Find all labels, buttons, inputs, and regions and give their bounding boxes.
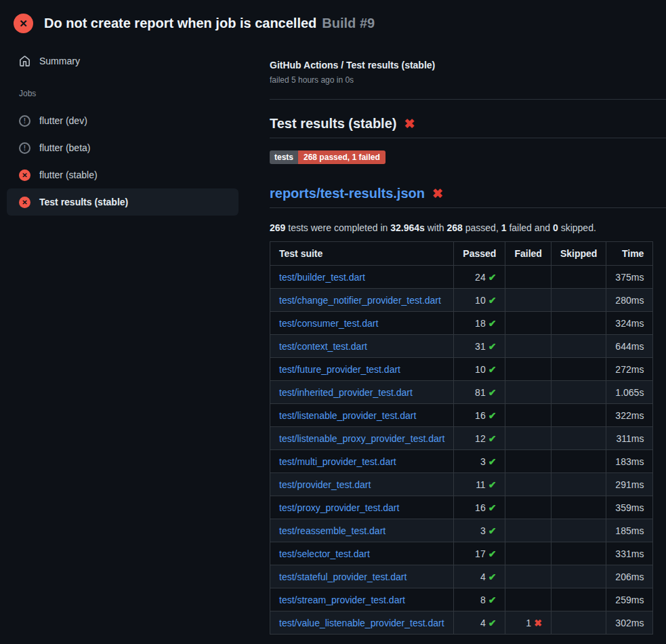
check-icon: ✔ xyxy=(488,272,497,283)
failed-cell xyxy=(505,496,551,519)
skipped-cell xyxy=(551,289,606,312)
check-icon: ✔ xyxy=(488,364,497,375)
total-tests: 269 xyxy=(270,222,285,233)
skipped-cell xyxy=(551,427,606,450)
col-passed: Passed xyxy=(454,242,505,266)
skipped-cell xyxy=(551,358,606,381)
time-value: 183ms xyxy=(606,450,653,473)
divider xyxy=(270,99,666,100)
suite-link[interactable]: test/reassemble_test.dart xyxy=(279,525,386,536)
skipped-cell xyxy=(551,496,606,519)
skipped-cell xyxy=(551,611,606,635)
skipped-cell xyxy=(551,404,606,427)
cross-mark-icon: ✖ xyxy=(432,186,443,201)
jobs-section-label: Jobs xyxy=(19,89,264,98)
table-header-row: Test suite Passed Failed Skipped Time xyxy=(270,242,653,266)
failed-cell xyxy=(505,588,551,611)
passed-value: 24 xyxy=(475,272,486,283)
skipped-cell xyxy=(551,381,606,404)
sidebar-item-summary[interactable]: Summary xyxy=(7,47,238,75)
suite-link[interactable]: test/listenable_proxy_provider_test.dart xyxy=(279,433,444,444)
time-value: 291ms xyxy=(606,473,653,496)
suite-link[interactable]: test/multi_provider_test.dart xyxy=(279,456,396,467)
check-icon: ✔ xyxy=(488,341,497,352)
passed-value: 16 xyxy=(475,410,486,421)
passed-value: 10 xyxy=(475,295,486,306)
suite-link[interactable]: test/change_notifier_provider_test.dart xyxy=(279,295,441,306)
failed-cell xyxy=(505,381,551,404)
report-file-link[interactable]: reports/test-results.json xyxy=(270,186,425,201)
table-row: test/value_listenable_provider_test.dart… xyxy=(270,611,653,635)
failed-cell xyxy=(505,266,551,289)
suite-link[interactable]: test/selector_test.dart xyxy=(279,548,370,559)
time-value: 206ms xyxy=(606,565,653,588)
table-row: test/context_test.dart 31✔ 644ms xyxy=(270,335,653,358)
failed-cell xyxy=(505,335,551,358)
summary-sentence: 269 tests were completed in 32.964s with… xyxy=(270,222,666,233)
passed-value: 10 xyxy=(475,364,486,375)
check-icon: ✔ xyxy=(488,502,497,513)
sidebar-item-test-results-stable[interactable]: ✕ Test results (stable) xyxy=(7,188,238,216)
check-icon: ✔ xyxy=(488,318,497,329)
skipped-cell xyxy=(551,312,606,335)
failed-cell xyxy=(505,358,551,381)
skipped-cell xyxy=(551,542,606,565)
table-row: test/stateful_provider_test.dart 4✔ 206m… xyxy=(270,565,653,588)
failed-count: 1 xyxy=(501,222,507,233)
suite-link[interactable]: test/context_test.dart xyxy=(279,341,367,352)
skipped-cell xyxy=(551,565,606,588)
time-value: 322ms xyxy=(606,404,653,427)
time-value: 359ms xyxy=(606,496,653,519)
passed-value: 11 xyxy=(476,479,486,490)
failed-cell xyxy=(505,427,551,450)
failed-cell xyxy=(505,519,551,542)
failed-cell xyxy=(505,565,551,588)
time-value: 185ms xyxy=(606,519,653,542)
job-label: flutter (dev) xyxy=(39,115,87,126)
suite-link[interactable]: test/listenable_provider_test.dart xyxy=(279,410,416,421)
suite-link[interactable]: test/stream_provider_test.dart xyxy=(279,595,405,605)
passed-value: 8 xyxy=(480,595,486,605)
table-row: test/consumer_test.dart 18✔ 324ms xyxy=(270,312,653,335)
table-row: test/inherited_provider_test.dart 81✔ 1.… xyxy=(270,381,653,404)
suite-link[interactable]: test/future_provider_test.dart xyxy=(279,364,400,375)
sidebar-item-flutter-dev[interactable]: ! flutter (dev) xyxy=(7,107,238,134)
run-status-line: failed 5 hours ago in 0s xyxy=(270,75,666,85)
check-icon: ✔ xyxy=(488,387,497,398)
suite-link[interactable]: test/consumer_test.dart xyxy=(279,318,378,329)
sidebar-item-flutter-stable[interactable]: ✕ flutter (stable) xyxy=(7,161,238,188)
table-row: test/stream_provider_test.dart 8✔ 259ms xyxy=(270,588,653,611)
sidebar-item-flutter-beta[interactable]: ! flutter (beta) xyxy=(7,134,238,161)
check-icon: ✔ xyxy=(488,479,497,490)
job-failed-icon: ✕ xyxy=(19,169,30,181)
suite-link[interactable]: test/provider_test.dart xyxy=(279,479,371,490)
failed-cell xyxy=(505,473,551,496)
table-row: test/listenable_proxy_provider_test.dart… xyxy=(270,427,653,450)
section-heading: Test results (stable) ✖ xyxy=(270,116,666,138)
time-value: 324ms xyxy=(606,312,653,335)
suite-link[interactable]: test/inherited_provider_test.dart xyxy=(279,387,413,398)
suite-link[interactable]: test/value_listenable_provider_test.dart xyxy=(279,618,444,628)
main-content: GitHub Actions / Test results (stable) f… xyxy=(270,0,666,635)
skipped-count: 0 xyxy=(553,222,558,233)
tests-badge: tests 268 passed, 1 failed xyxy=(270,138,666,164)
check-icon: ✔ xyxy=(488,433,497,444)
failed-cell xyxy=(505,289,551,312)
table-row: test/multi_provider_test.dart 3✔ 183ms xyxy=(270,450,653,473)
failed-cell xyxy=(505,542,551,565)
suite-link[interactable]: test/builder_test.dart xyxy=(279,272,365,283)
check-icon: ✔ xyxy=(488,618,497,628)
suite-link[interactable]: test/stateful_provider_test.dart xyxy=(279,571,407,582)
table-row: test/proxy_provider_test.dart 16✔ 359ms xyxy=(270,496,653,519)
suite-link[interactable]: test/proxy_provider_test.dart xyxy=(279,502,399,513)
skipped-cell xyxy=(551,588,606,611)
job-neutral-icon: ! xyxy=(19,115,30,127)
check-icon: ✔ xyxy=(488,548,497,559)
skipped-cell xyxy=(551,335,606,358)
table-row: test/provider_test.dart 11✔ 291ms xyxy=(270,473,653,496)
skipped-cell xyxy=(551,519,606,542)
col-skipped: Skipped xyxy=(551,242,606,266)
time-value: 302ms xyxy=(606,611,653,635)
passed-value: 17 xyxy=(475,548,486,559)
table-row: test/future_provider_test.dart 10✔ 272ms xyxy=(270,358,653,381)
